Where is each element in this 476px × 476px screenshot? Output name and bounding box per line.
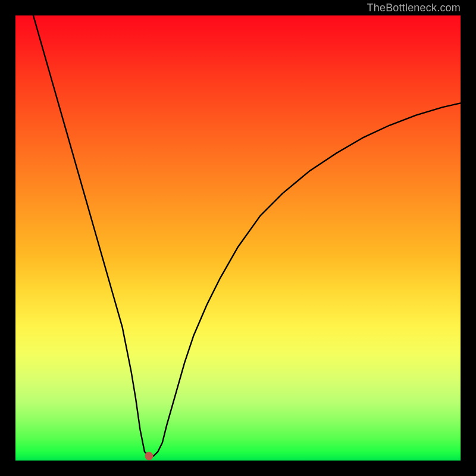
chart-svg [15,15,461,461]
plot-area [15,15,461,461]
watermark-text: TheBottleneck.com [367,0,461,15]
bottleneck-curve [33,15,461,456]
chart-frame: TheBottleneck.com [0,0,476,476]
min-point-marker [145,452,153,461]
